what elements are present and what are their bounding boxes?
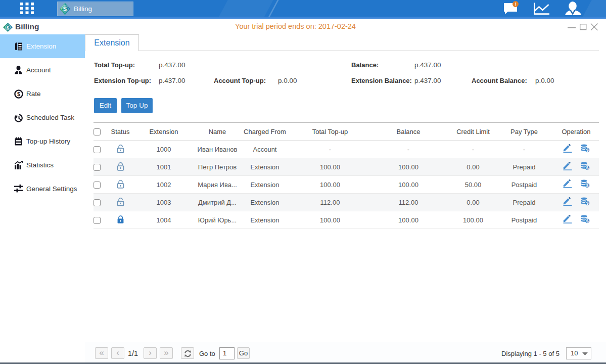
svg-text:$: $ [586, 183, 588, 188]
svg-text:$: $ [586, 148, 588, 153]
svg-text:$: $ [17, 91, 20, 97]
svg-text:$: $ [586, 218, 588, 223]
svg-text:$: $ [586, 201, 588, 206]
svg-text:$: $ [63, 6, 67, 13]
svg-text:$: $ [586, 165, 588, 170]
